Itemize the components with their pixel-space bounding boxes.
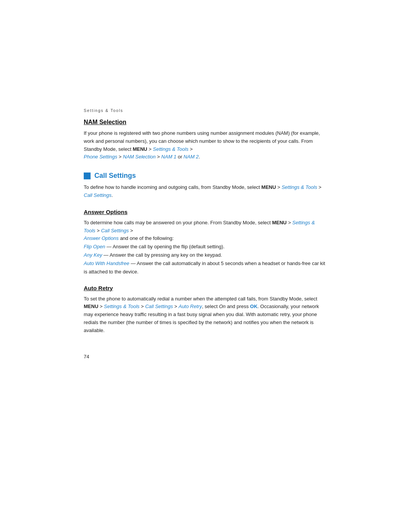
auto-handsfree-link[interactable]: Auto With Handsfree xyxy=(84,260,129,266)
call-settings-body-text-3: > xyxy=(317,184,321,190)
auto-retry-section: Auto Retry To set the phone to automatic… xyxy=(84,285,327,335)
nam-selection-heading: NAM Selection xyxy=(84,119,327,126)
nam-body-text-5: > xyxy=(156,154,161,160)
auto-retry-body-text-5: , select xyxy=(202,304,219,309)
auto-retry-body-text-4: > xyxy=(173,304,178,309)
flip-open-link[interactable]: Flip Open xyxy=(84,244,105,249)
call-settings-body-text-4: . xyxy=(112,192,113,198)
nam-nam2-link[interactable]: NAM 2 xyxy=(183,154,199,160)
answer-body-text-5: and one of the following: xyxy=(119,235,174,241)
nam-body-text-6: or xyxy=(177,154,184,160)
auto-retry-body: To set the phone to automatically redial… xyxy=(84,295,327,335)
answer-body-text-4: > xyxy=(129,228,133,233)
nam-selection-body: If your phone is registered with two pho… xyxy=(84,129,327,161)
nam-selection-section: NAM Selection If your phone is registere… xyxy=(84,119,327,161)
call-settings-body: To define how to handle incoming and out… xyxy=(84,184,327,200)
nam-phone-settings-link[interactable]: Phone Settings xyxy=(84,154,117,160)
answer-menu-label: MENU xyxy=(272,220,287,225)
call-settings-heading: Call Settings xyxy=(94,172,136,180)
call-settings-section: Call Settings To define how to handle in… xyxy=(84,172,327,200)
nam-body-text-1: If your phone is registered with two pho… xyxy=(84,130,320,152)
call-settings-menu-label: MENU xyxy=(261,184,276,190)
answer-option-1: Flip Open — Answer the call by opening t… xyxy=(84,243,327,251)
answer-body-text-1: To determine how calls may be answered o… xyxy=(84,220,272,225)
nam-body-text-2: > xyxy=(147,146,153,152)
nam-menu-label: MENU xyxy=(133,146,147,152)
auto-retry-call-settings-link[interactable]: Call Settings xyxy=(145,304,173,309)
nam-body-text-3: > xyxy=(188,146,193,152)
auto-retry-settings-tools-link[interactable]: Settings & Tools xyxy=(104,304,139,309)
answer-call-settings-link[interactable]: Call Settings xyxy=(101,228,129,233)
option1-text: — Answer the call by opening the flip (d… xyxy=(105,244,225,249)
nam-settings-tools-link[interactable]: Settings & Tools xyxy=(153,146,188,152)
answer-body-text-2: > xyxy=(287,220,292,225)
answer-options-heading: Answer Options xyxy=(84,209,327,215)
call-settings-body-text-2: > xyxy=(276,184,282,190)
auto-retry-heading: Auto Retry xyxy=(84,285,327,291)
breadcrumb-text: Settings & Tools xyxy=(84,108,123,113)
page-number: 74 xyxy=(84,354,327,359)
nam-body-text-4: > xyxy=(117,154,123,160)
breadcrumb: Settings & Tools xyxy=(84,107,327,113)
call-settings-body-text-1: To define how to handle incoming and out… xyxy=(84,184,261,190)
answer-options-link[interactable]: Answer Options xyxy=(84,235,119,241)
auto-retry-body-text-2: > xyxy=(98,304,104,309)
auto-retry-body-text-3: > xyxy=(140,304,145,309)
nam-nam1-link[interactable]: NAM 1 xyxy=(161,154,177,160)
answer-body-text-3: > xyxy=(96,228,101,233)
any-key-link[interactable]: Any Key xyxy=(84,252,102,258)
answer-option-2: Any Key — Answer the call by pressing an… xyxy=(84,251,327,259)
answer-options-section: Answer Options To determine how calls ma… xyxy=(84,209,327,276)
blue-square-icon xyxy=(84,173,91,179)
auto-retry-body-text-6: and press xyxy=(226,304,250,309)
nam-body-text-7: . xyxy=(199,154,200,160)
call-settings-link[interactable]: Call Settings xyxy=(84,192,112,198)
ok-label: OK xyxy=(250,304,258,309)
option2-text: — Answer the call by pressing any key on… xyxy=(102,252,222,258)
content-area: Settings & Tools NAM Selection If your p… xyxy=(0,0,411,390)
on-italic-text: On xyxy=(219,304,225,309)
answer-option-3: Auto With Handsfree — Answer the call au… xyxy=(84,259,327,276)
auto-retry-body-text-1: To set the phone to automatically redial… xyxy=(84,296,317,302)
call-settings-heading-wrapper: Call Settings xyxy=(84,172,327,180)
answer-options-body: To determine how calls may be answered o… xyxy=(84,219,327,243)
auto-retry-menu-label: MENU xyxy=(84,304,98,309)
auto-retry-link[interactable]: Auto Retry xyxy=(178,304,202,309)
nam-nam-selection-link[interactable]: NAM Selection xyxy=(123,154,156,160)
page-container: Settings & Tools NAM Selection If your p… xyxy=(0,0,411,532)
call-settings-tools-link[interactable]: Settings & Tools xyxy=(282,184,317,190)
